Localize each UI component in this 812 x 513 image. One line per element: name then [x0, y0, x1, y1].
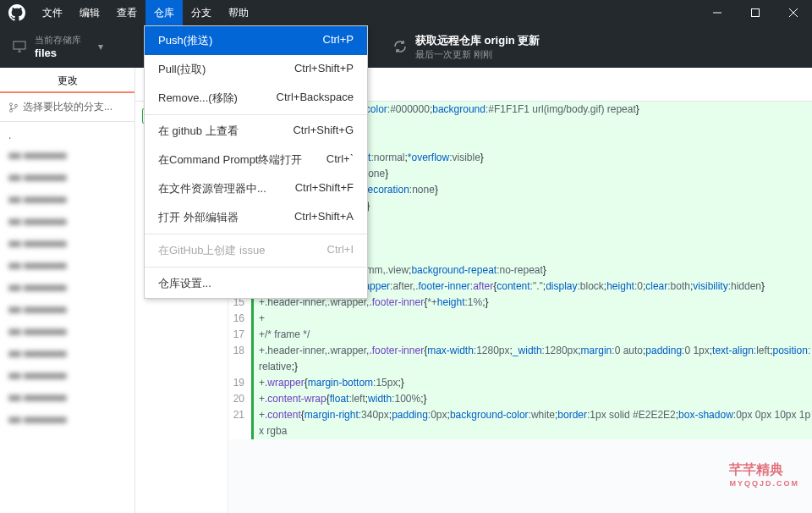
- svg-rect-1: [751, 9, 759, 17]
- file-row[interactable]: ■■ ■■■■■■■: [0, 299, 134, 321]
- svg-point-7: [10, 102, 13, 105]
- github-logo-icon: [8, 4, 25, 21]
- window-controls: [698, 0, 812, 25]
- menu-item[interactable]: 在Command Prompt终端打开Ctrl+`: [145, 146, 367, 174]
- menu-item[interactable]: 在文件资源管理器中...Ctrl+Shift+F: [145, 174, 367, 203]
- git-branch-icon: [8, 102, 19, 113]
- branch-selector[interactable]: 选择要比较的分支...: [0, 93, 134, 122]
- file-row[interactable]: ■■ ■■■■■■■: [0, 343, 134, 365]
- fetch-origin-button[interactable]: 获取远程仓库 origin 更新最后一次更新 刚刚: [381, 25, 812, 68]
- menu-编辑[interactable]: 编辑: [71, 0, 108, 25]
- file-row[interactable]: ■■ ■■■■■■■: [0, 365, 134, 387]
- file-row[interactable]: ■■ ■■■■■■■: [0, 167, 134, 189]
- current-repo-button[interactable]: 当前存储库files ▾: [0, 25, 144, 68]
- file-row[interactable]: ■■ ■■■■■■■: [0, 189, 134, 211]
- menu-仓库[interactable]: 仓库: [145, 0, 183, 25]
- file-row[interactable]: ■■ ■■■■■■■: [0, 145, 134, 167]
- svg-rect-4: [14, 41, 25, 49]
- menu-item[interactable]: Push(推送)Ctrl+P: [145, 26, 367, 55]
- sidebar: 更改 选择要比较的分支... .■■ ■■■■■■■■■ ■■■■■■■■■ ■…: [0, 68, 135, 513]
- file-row[interactable]: ■■ ■■■■■■■: [0, 409, 134, 431]
- file-row[interactable]: .: [0, 126, 134, 145]
- close-button[interactable]: [774, 0, 812, 25]
- menu-文件[interactable]: 文件: [34, 0, 71, 25]
- file-row[interactable]: ■■ ■■■■■■■: [0, 321, 134, 343]
- chevron-down-icon: ▾: [98, 41, 103, 52]
- file-row[interactable]: ■■ ■■■■■■■: [0, 233, 134, 255]
- menu-item[interactable]: 打开 外部编辑器Ctrl+Shift+A: [145, 203, 367, 232]
- menu-帮助[interactable]: 帮助: [220, 0, 257, 25]
- repo-menu-dropdown: Push(推送)Ctrl+PPull(拉取)Ctrl+Shift+PRemove…: [144, 25, 368, 299]
- svg-point-8: [10, 109, 13, 112]
- svg-point-9: [15, 104, 18, 107]
- file-list: .■■ ■■■■■■■■■ ■■■■■■■■■ ■■■■■■■■■ ■■■■■■…: [0, 122, 134, 435]
- minimize-button[interactable]: [698, 0, 736, 25]
- tab-changes[interactable]: 更改: [0, 68, 134, 93]
- menu-item[interactable]: 在GitHub上创建 issueCtrl+I: [145, 236, 367, 265]
- titlebar: 文件编辑查看仓库分支帮助: [0, 0, 812, 25]
- menubar: 文件编辑查看仓库分支帮助: [34, 0, 257, 25]
- toolbar: 当前存储库files ▾ 获取远程仓库 origin 更新最后一次更新 刚刚: [0, 25, 812, 68]
- file-row[interactable]: ■■ ■■■■■■■: [0, 387, 134, 409]
- maximize-button[interactable]: [736, 0, 774, 25]
- file-row[interactable]: ■■ ■■■■■■■: [0, 277, 134, 299]
- desktop-icon: [13, 40, 26, 53]
- menu-item[interactable]: 仓库设置...: [145, 269, 367, 298]
- file-row[interactable]: ■■ ■■■■■■■: [0, 255, 134, 277]
- menu-item[interactable]: Remove...(移除)Ctrl+Backspace: [145, 84, 367, 113]
- menu-查看[interactable]: 查看: [108, 0, 145, 25]
- menu-item[interactable]: 在 github 上查看Ctrl+Shift+G: [145, 117, 367, 146]
- menu-item[interactable]: Pull(拉取)Ctrl+Shift+P: [145, 55, 367, 84]
- menu-分支[interactable]: 分支: [183, 0, 220, 25]
- file-row[interactable]: ■■ ■■■■■■■: [0, 211, 134, 233]
- sync-icon: [393, 40, 407, 53]
